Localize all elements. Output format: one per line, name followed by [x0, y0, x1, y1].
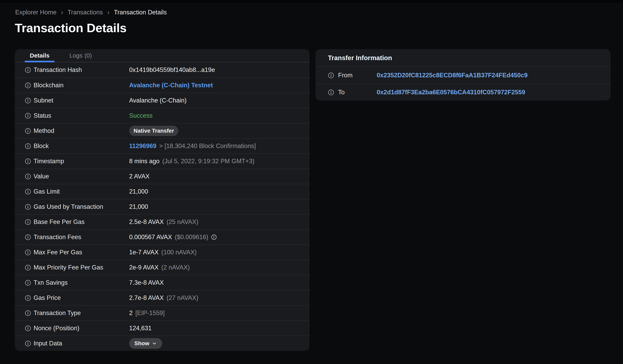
timestamp-absolute: (Jul 5, 2022, 9:19:32 PM GMT+3) [162, 158, 255, 165]
info-icon[interactable] [25, 325, 31, 331]
breadcrumb: Explorer Home › Transactions › Transacti… [15, 9, 167, 16]
row-label: Input Data [34, 340, 62, 347]
row-label: Nonce (Position) [34, 325, 79, 332]
row-blockchain: Blockchain Avalanche (C-Chain) Testnet [15, 78, 310, 93]
info-icon[interactable] [25, 113, 31, 119]
row-value: Value 2 AVAX [15, 169, 310, 184]
txn-savings-value: 7.3e-8 AVAX [129, 279, 164, 286]
row-label: Gas Limit [34, 188, 60, 195]
fee-info-icon[interactable] [211, 234, 217, 240]
to-address-link[interactable]: 0x2d1d87fF3Ea2ba6E0576bCA4310fC057972F25… [377, 89, 525, 96]
info-icon[interactable] [25, 219, 31, 225]
info-icon[interactable] [25, 341, 31, 347]
page-title: Transaction Details [15, 21, 127, 35]
info-icon[interactable] [25, 128, 31, 134]
info-icon[interactable] [25, 280, 31, 286]
info-icon[interactable] [25, 173, 31, 180]
info-icon[interactable] [25, 310, 31, 316]
info-icon[interactable] [328, 89, 334, 96]
info-icon[interactable] [328, 72, 334, 79]
block-number-link[interactable]: 11296969 [129, 142, 156, 150]
row-method: Method Native Transfer [15, 123, 310, 138]
max-priority-fee-navax: (2 nAVAX) [161, 264, 190, 271]
row-gas-used: Gas Used by Transaction 21,000 [15, 199, 310, 214]
row-subnet: Subnet Avalanche (C-Chain) [15, 93, 310, 108]
nonce-value: 124,631 [129, 325, 152, 332]
breadcrumb-separator-icon: › [107, 9, 109, 15]
row-label: Txn Savings [34, 279, 68, 286]
transaction-type-value: 2 [129, 309, 133, 317]
info-icon[interactable] [25, 234, 31, 240]
show-input-data-button[interactable]: Show [129, 338, 162, 349]
row-label: Status [34, 112, 51, 119]
tab-details[interactable]: Details [24, 49, 55, 62]
top-band [0, 0, 623, 3]
row-status: Status Success [15, 108, 310, 123]
info-icon[interactable] [25, 295, 31, 301]
transaction-type-eip: [EIP-1559] [135, 309, 165, 317]
breadcrumb-explorer-home[interactable]: Explorer Home [15, 9, 57, 16]
row-max-fee: Max Fee Per Gas 1e-7 AVAX (100 nAVAX) [15, 244, 310, 260]
info-icon[interactable] [25, 143, 31, 149]
row-label: To [338, 89, 345, 96]
row-input-data: Input Data Show [15, 336, 310, 351]
row-transaction-hash: Transaction Hash 0x1419b04559bf140ab8...… [15, 62, 310, 78]
show-button-label: Show [134, 340, 149, 347]
row-base-fee: Base Fee Per Gas 2.5e-8 AVAX (25 nAVAX) [15, 214, 310, 229]
info-icon[interactable] [25, 204, 31, 210]
base-fee-value: 2.5e-8 AVAX [129, 218, 164, 225]
from-address-link[interactable]: 0x2352D20fC81225c8ECD8f6FaA1B37F24FEd450… [377, 72, 528, 79]
row-label: Max Fee Per Gas [34, 249, 82, 256]
breadcrumb-transaction-details: Transaction Details [114, 9, 167, 16]
row-label: Transaction Hash [34, 66, 82, 74]
row-from: From 0x2352D20fC81225c8ECD8f6FaA1B37F24F… [315, 67, 611, 84]
breadcrumb-separator-icon: › [61, 9, 63, 15]
row-max-priority-fee: Max Priority Fee Per Gas 2e-9 AVAX (2 nA… [15, 260, 310, 275]
max-fee-value: 1e-7 AVAX [129, 249, 158, 256]
transfer-information-card: Transfer Information From 0x2352D20fC812… [315, 49, 611, 101]
row-gas-limit: Gas Limit 21,000 [15, 184, 310, 199]
row-transaction-fees: Transaction Fees 0.000567 AVAX ($0.00961… [15, 229, 310, 244]
max-priority-fee-value: 2e-9 AVAX [129, 264, 158, 271]
chevron-down-icon [152, 341, 157, 346]
info-icon[interactable] [25, 189, 31, 195]
row-label: Block [34, 142, 49, 150]
tab-logs[interactable]: Logs (0) [64, 49, 97, 62]
transfer-information-title: Transfer Information [315, 49, 611, 67]
row-label: Timestamp [34, 158, 64, 165]
row-block: Block 11296969 > [18,304,240 Block Confi… [15, 138, 310, 153]
blockchain-link[interactable]: Avalanche (C-Chain) Testnet [129, 82, 213, 89]
transaction-hash-value: 0x1419b04559bf140ab8...a19e [129, 66, 215, 74]
info-icon[interactable] [25, 264, 31, 271]
row-label: Gas Used by Transaction [34, 203, 103, 210]
row-label: Blockchain [34, 82, 64, 89]
row-label: Transaction Fees [34, 234, 81, 241]
gas-used-value: 21,000 [129, 203, 148, 210]
info-icon[interactable] [25, 98, 31, 104]
info-icon[interactable] [25, 158, 31, 164]
value-amount: 2 AVAX [129, 173, 150, 180]
row-transaction-type: Transaction Type 2 [EIP-1559] [15, 305, 310, 321]
info-icon[interactable] [25, 67, 31, 73]
block-confirmations: > [18,304,240 Block Confirmations] [159, 142, 256, 150]
row-label: Max Priority Fee Per Gas [34, 264, 103, 271]
transaction-fees-usd: ($0.009616) [175, 234, 208, 241]
tab-logs-count: (0) [84, 52, 92, 59]
row-gas-price: Gas Price 2.7e-8 AVAX (27 nAVAX) [15, 290, 310, 305]
row-txn-savings: Txn Savings 7.3e-8 AVAX [15, 275, 310, 290]
gas-price-navax: (27 nAVAX) [167, 294, 198, 302]
base-fee-navax: (25 nAVAX) [167, 218, 198, 225]
transaction-details-card: Details Logs (0) Transaction Hash 0x1419… [15, 49, 310, 351]
row-timestamp: Timestamp 8 mins ago (Jul 5, 2022, 9:19:… [15, 153, 310, 169]
info-icon[interactable] [25, 82, 31, 88]
subnet-value: Avalanche (C-Chain) [129, 97, 187, 104]
row-label: Subnet [34, 97, 53, 104]
tab-details-label: Details [30, 52, 49, 59]
row-nonce: Nonce (Position) 124,631 [15, 321, 310, 336]
row-label: Transaction Type [34, 309, 81, 317]
row-to: To 0x2d1d87fF3Ea2ba6E0576bCA4310fC057972… [315, 84, 611, 101]
gas-limit-value: 21,000 [129, 188, 148, 195]
breadcrumb-transactions[interactable]: Transactions [67, 9, 103, 16]
tab-bar: Details Logs (0) [15, 49, 310, 62]
info-icon[interactable] [25, 249, 31, 256]
